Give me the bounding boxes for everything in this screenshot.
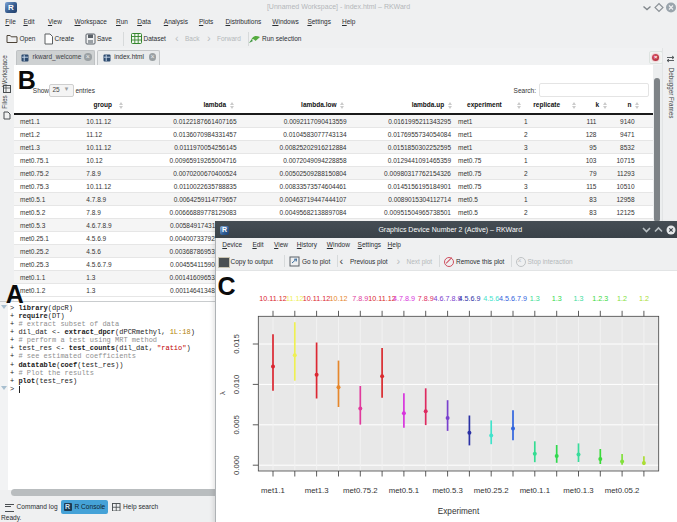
svg-text:0.005: 0.005: [232, 414, 241, 434]
svg-text:met0.1.3: met0.1.3: [563, 486, 593, 495]
svg-text:10.12: 10.12: [329, 294, 347, 303]
svg-text:0.015: 0.015: [232, 334, 241, 354]
svg-text:11.12: 11.12: [286, 294, 303, 303]
svg-text:Experiment: Experiment: [437, 507, 479, 516]
svg-text:4.6.7.8.9: 4.6.7.8.9: [433, 294, 461, 303]
svg-text:1.2.3: 1.2.3: [592, 294, 608, 303]
svg-text:4.5.6: 4.5.6: [483, 294, 499, 303]
svg-text:4.5.6.7.9: 4.5.6.7.9: [499, 294, 527, 303]
svg-text:1.3: 1.3: [529, 294, 539, 303]
svg-text:0.010: 0.010: [232, 374, 241, 394]
svg-text:10.11.12: 10.11.12: [259, 294, 286, 303]
svg-text:met1.3: met1.3: [304, 486, 328, 495]
svg-text:1.2: 1.2: [617, 294, 627, 303]
svg-text:7.8.9: 7.8.9: [417, 294, 433, 303]
svg-text:0.000: 0.000: [232, 455, 241, 475]
svg-text:met0.05.2: met0.05.2: [604, 486, 639, 495]
svg-text:4.5.6.9: 4.5.6.9: [458, 294, 480, 303]
svg-text:met0.1.1: met0.1.1: [519, 486, 549, 495]
svg-text:met0.75.2: met0.75.2: [342, 486, 377, 495]
svg-text:10.11.12: 10.11.12: [302, 294, 329, 303]
svg-text:met0.5.3: met0.5.3: [432, 486, 462, 495]
svg-text:10.11.12: 10.11.12: [368, 294, 395, 303]
svg-text:7.8.9: 7.8.9: [352, 294, 368, 303]
svg-text:1.2: 1.2: [638, 294, 648, 303]
svg-text:1.3: 1.3: [573, 294, 583, 303]
svg-text:met0.25.2: met0.25.2: [473, 486, 508, 495]
svg-text:1.3: 1.3: [551, 294, 561, 303]
svg-text:λ: λ: [218, 391, 227, 395]
svg-text:met0.5.1: met0.5.1: [388, 486, 418, 495]
svg-text:met1.1: met1.1: [261, 486, 285, 495]
svg-text:4.7.8.9: 4.7.8.9: [392, 294, 414, 303]
